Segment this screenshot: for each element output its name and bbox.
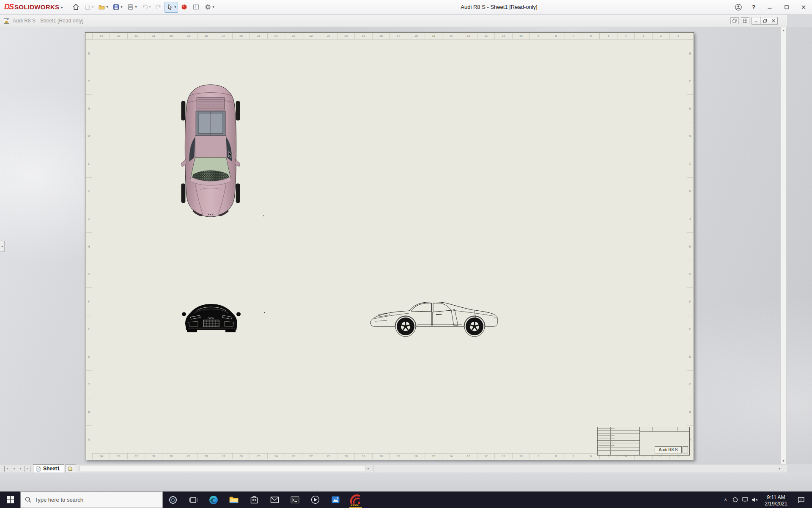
zone-letter: P	[687, 67, 693, 94]
zone-number: 4	[617, 33, 634, 39]
zone-letter: H	[687, 232, 693, 260]
document-titlebar: Audi R8 S - Sheet1 [Read-only]	[0, 15, 787, 27]
drawing-document-icon	[3, 18, 10, 24]
maximize-button[interactable]	[778, 0, 795, 14]
tab-bar-overflow-icon[interactable]	[777, 466, 783, 471]
zone-letter: H	[86, 232, 92, 260]
doc-minimize-button[interactable]	[752, 17, 760, 24]
menu-expand-chevron-icon[interactable]	[61, 5, 67, 9]
scroll-down-icon[interactable]	[781, 458, 786, 464]
zone-number: 18	[372, 33, 390, 39]
doc-close-button[interactable]	[769, 17, 777, 24]
window-title: Audi R8 S - Sheet1 [Read-only]	[428, 0, 570, 14]
options-dropdown-icon[interactable]	[212, 5, 214, 9]
scroll-up-icon[interactable]	[781, 27, 786, 33]
zone-number: 10	[512, 33, 529, 39]
zone-letter: M	[687, 122, 693, 149]
sheet-format-button[interactable]	[190, 2, 202, 13]
zone-number: 8	[547, 453, 564, 459]
drawing-sheet[interactable]: 3433323130292827262524232221201918171615…	[85, 32, 694, 460]
edge-icon	[208, 495, 219, 505]
print-icon	[127, 3, 134, 11]
zone-number: 3	[634, 33, 652, 39]
zone-letter: J	[86, 205, 92, 232]
solidworks-taskbar-button[interactable]: 2021	[346, 491, 366, 508]
zone-number: 11	[494, 33, 512, 39]
task-view-button[interactable]	[183, 491, 203, 508]
doc-window-button-group	[752, 17, 778, 25]
doc-tile-button[interactable]	[741, 17, 749, 24]
new-document-button[interactable]	[82, 2, 96, 13]
drawing-view-front[interactable]	[182, 300, 241, 340]
red-sphere-button[interactable]	[178, 2, 190, 13]
open-button[interactable]	[96, 2, 110, 13]
help-button[interactable]	[746, 0, 761, 14]
undo-icon	[141, 4, 148, 11]
zone-number: 20	[337, 453, 354, 459]
terminal-button[interactable]	[285, 491, 305, 508]
doc-cascade-button[interactable]	[730, 17, 739, 24]
doc-restore-button[interactable]	[760, 17, 769, 24]
previous-sheet-button[interactable]	[11, 466, 17, 472]
first-sheet-button[interactable]	[4, 466, 10, 472]
save-button[interactable]	[110, 2, 124, 13]
start-button[interactable]	[0, 491, 20, 508]
zone-number: 27	[215, 33, 232, 39]
edge-button[interactable]	[203, 491, 224, 508]
clock-time: 9:11 AM	[760, 494, 793, 501]
new-dropdown-icon[interactable]	[92, 5, 93, 9]
feature-pane-flyout[interactable]	[0, 241, 5, 252]
zone-letter: C	[86, 370, 92, 398]
taskbar-search[interactable]	[20, 491, 163, 508]
store-button[interactable]	[244, 491, 264, 508]
undo-dropdown-icon[interactable]	[149, 5, 151, 9]
zone-letter: R	[86, 39, 92, 67]
home-button[interactable]	[70, 2, 82, 13]
volume-muted-icon[interactable]	[750, 491, 760, 508]
undo-button[interactable]	[139, 2, 153, 13]
action-center-button[interactable]	[793, 497, 809, 503]
graphics-area[interactable]: 3433323130292827262524232221201918171615…	[0, 27, 812, 464]
title-block-divider	[640, 440, 689, 440]
minimize-button[interactable]	[761, 0, 778, 14]
cortana-button[interactable]	[163, 491, 183, 508]
user-account-button[interactable]	[731, 0, 746, 14]
print-dropdown-icon[interactable]	[135, 5, 137, 9]
zone-number: 26	[232, 453, 250, 459]
title-block[interactable]: Audi R8 S	[597, 427, 690, 456]
options-button[interactable]	[202, 2, 216, 13]
zone-number: 13	[460, 453, 477, 459]
drawing-view-side[interactable]	[368, 299, 502, 340]
next-sheet-button[interactable]	[18, 466, 24, 472]
save-dropdown-icon[interactable]	[121, 5, 122, 9]
open-dropdown-icon[interactable]	[106, 5, 108, 9]
zone-number: 2	[652, 33, 669, 39]
add-sheet-button[interactable]	[65, 464, 76, 472]
taskbar-search-input[interactable]	[35, 497, 162, 503]
quick-access-toolbar	[70, 2, 216, 13]
select-dropdown-icon[interactable]	[174, 5, 176, 9]
select-tool-button[interactable]	[165, 2, 178, 13]
tab-sheet1[interactable]: Sheet1	[33, 464, 64, 472]
zone-number: 31	[145, 453, 162, 459]
zone-number: 29	[180, 453, 197, 459]
vertical-scrollbar[interactable]	[780, 27, 787, 464]
mail-button[interactable]	[264, 491, 285, 508]
horizontal-scrollbar[interactable]	[80, 466, 365, 471]
media-player-button[interactable]	[305, 491, 325, 508]
zone-number: 27	[215, 453, 232, 459]
redo-button[interactable]	[153, 2, 164, 13]
sheet-tab-label: Sheet1	[43, 466, 60, 472]
photos-button[interactable]	[325, 491, 346, 508]
solidworks-wordmark: SOLIDWORKS	[14, 3, 59, 11]
taskbar-clock[interactable]: 9:11 AM 2/19/2021	[760, 493, 793, 507]
print-button[interactable]	[125, 2, 139, 13]
windows-taskbar: 2021 9:11 AM 2/19/2021	[0, 491, 812, 508]
hidden-icons-caret[interactable]	[721, 491, 730, 508]
close-button[interactable]	[795, 0, 812, 14]
file-explorer-button[interactable]	[224, 491, 244, 508]
scroll-right-icon[interactable]	[365, 466, 371, 471]
tray-display-icon[interactable]	[740, 491, 750, 508]
tray-circle-icon[interactable]	[730, 491, 740, 508]
last-sheet-button[interactable]	[25, 466, 30, 472]
